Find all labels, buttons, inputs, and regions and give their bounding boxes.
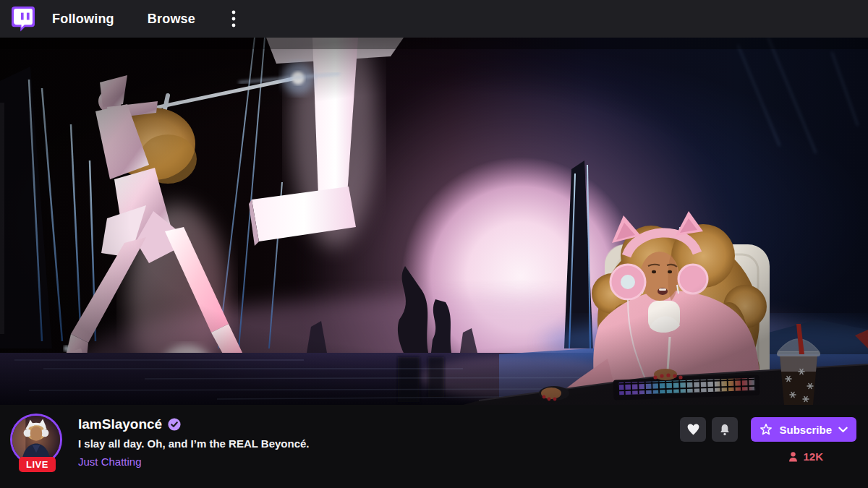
verified-icon (168, 418, 181, 431)
primary-nav: Following Browse (52, 5, 239, 33)
favorite-button[interactable] (680, 417, 706, 442)
stream-title: I slay all day. Oh, and I’m the REAL Bey… (78, 437, 310, 450)
chevron-down-icon (838, 427, 848, 433)
nav-following[interactable]: Following (52, 12, 114, 27)
twitch-logo-icon[interactable] (12, 7, 35, 31)
stream-video[interactable] (0, 38, 868, 405)
heart-icon (686, 423, 700, 436)
channel-name[interactable]: IamSlayoncé (78, 416, 162, 432)
viewer-count: 12K (788, 450, 823, 463)
nav-browse[interactable]: Browse (148, 12, 195, 27)
star-icon (760, 423, 773, 436)
channel-actions: Subscribe 12K (680, 412, 856, 488)
subscribe-label: Subscribe (779, 424, 832, 436)
viewers-icon (788, 451, 799, 463)
channel-texts: IamSlayoncé I slay all day. Oh, and I’m … (78, 412, 310, 488)
subscribe-button[interactable]: Subscribe (751, 417, 856, 442)
channel-info-bar: LIVE IamSlayoncé I slay all day. Oh, and… (0, 405, 868, 488)
scene-vignette (0, 38, 868, 405)
channel-avatar-wrap: LIVE (10, 414, 67, 488)
viewer-count-value: 12K (803, 450, 823, 463)
live-badge: LIVE (19, 457, 56, 472)
top-navigation: Following Browse (0, 0, 868, 38)
kebab-menu-icon (231, 9, 236, 28)
category-link[interactable]: Just Chatting (78, 455, 310, 468)
more-menu-button[interactable] (229, 5, 239, 33)
scene-top-shade (0, 38, 868, 49)
twitch-app: Following Browse (0, 0, 868, 488)
notifications-button[interactable] (712, 417, 738, 442)
bell-icon (718, 423, 731, 437)
